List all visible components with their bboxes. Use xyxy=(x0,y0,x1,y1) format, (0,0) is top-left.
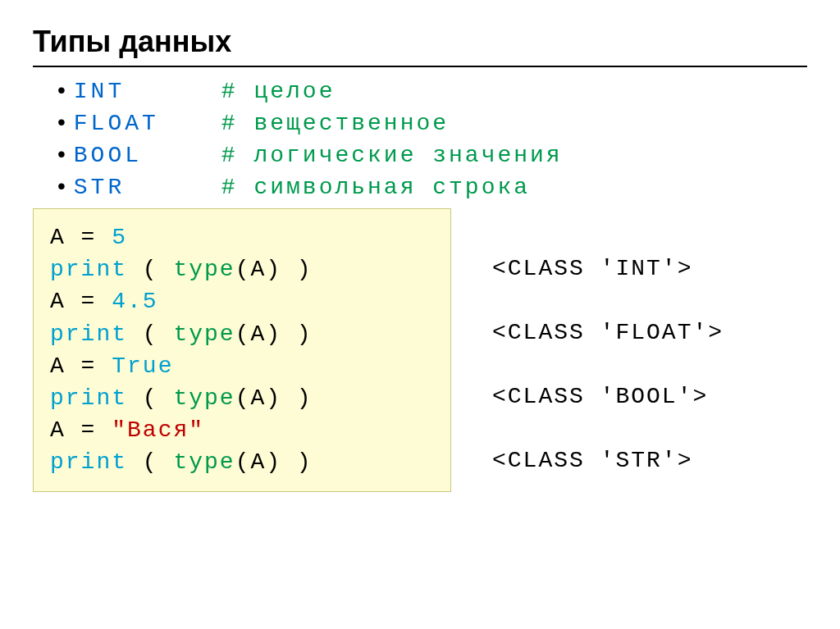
title-rule xyxy=(33,66,807,67)
type-comment: # целое xyxy=(221,79,336,104)
bullet-icon: • xyxy=(57,77,66,103)
output-line: <class 'bool'> xyxy=(492,381,724,412)
code-line: print ( type(A) ) xyxy=(50,318,434,350)
code-block: A = 5 print ( type(A) ) A = 4.5 print ( … xyxy=(33,208,451,492)
output-spacer xyxy=(492,349,724,381)
bullet-icon: • xyxy=(57,109,66,135)
code-line: A = True xyxy=(50,350,434,382)
code-line: A = "Вася" xyxy=(50,414,434,446)
type-keyword: str xyxy=(74,175,221,200)
bullet-icon: • xyxy=(57,141,66,167)
type-list: • int # целое • float # вещественное • b… xyxy=(57,77,807,200)
output-line: <class 'float'> xyxy=(492,317,724,349)
code-line: print ( type(A) ) xyxy=(50,382,434,414)
bullet-icon: • xyxy=(57,173,66,199)
type-keyword: float xyxy=(74,111,221,136)
type-keyword: bool xyxy=(74,143,221,168)
type-item-int: • int # целое xyxy=(57,77,807,104)
output-spacer xyxy=(492,285,724,317)
code-line: print ( type(A) ) xyxy=(50,446,434,478)
type-keyword: int xyxy=(74,79,221,104)
type-item-bool: • bool # логические значения xyxy=(57,141,807,168)
page-title: Типы данных xyxy=(33,25,807,59)
type-item-str: • str # символьная строка xyxy=(57,173,807,200)
type-comment: # вещественное xyxy=(221,111,449,136)
type-item-float: • float # вещественное xyxy=(57,109,807,136)
output-line: <class 'str'> xyxy=(492,444,724,476)
code-output-row: A = 5 print ( type(A) ) A = 4.5 print ( … xyxy=(33,208,807,492)
output-block: <class 'int'> <class 'float'> <class 'bo… xyxy=(492,208,724,492)
code-line: A = 5 xyxy=(50,221,434,253)
output-line: <class 'int'> xyxy=(492,253,724,285)
output-spacer xyxy=(492,412,724,444)
code-line: A = 4.5 xyxy=(50,285,434,317)
output-spacer xyxy=(492,221,724,253)
type-comment: # символьная строка xyxy=(221,175,530,200)
code-line: print ( type(A) ) xyxy=(50,253,434,285)
type-comment: # логические значения xyxy=(221,143,563,168)
